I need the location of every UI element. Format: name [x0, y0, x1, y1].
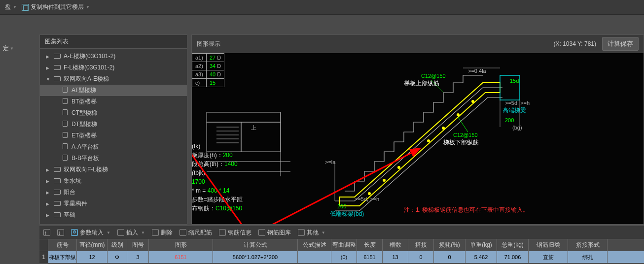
- table-cell[interactable]: 5600*1.027+2*200: [213, 251, 298, 263]
- tree-item-label: 基础: [64, 211, 75, 219]
- table-cell[interactable]: 6151: [357, 251, 383, 263]
- table-cell[interactable]: 71.006: [497, 251, 529, 263]
- table-cell[interactable]: [298, 251, 331, 263]
- copy-component-menu[interactable]: 复制构件到其它楼层 ▼: [22, 3, 90, 11]
- graphic-title: 图形显示: [197, 40, 220, 48]
- move-up-button[interactable]: ↑: [43, 229, 50, 236]
- delete-button[interactable]: 删除: [152, 229, 173, 237]
- gear-icon: ⚙: [71, 229, 78, 236]
- column-header[interactable]: 图形: [149, 239, 213, 251]
- table-cell[interactable]: 6151: [149, 251, 213, 263]
- document-icon: [62, 98, 69, 105]
- tree-caret-icon: ▶: [46, 54, 51, 59]
- tree-item-3[interactable]: AT型楼梯: [40, 85, 187, 96]
- tree-caret-icon: ▶: [46, 179, 51, 184]
- tree-item-label: AT型楼梯: [72, 86, 96, 95]
- column-header[interactable]: 搭接形式: [568, 239, 608, 251]
- tree-item-11[interactable]: ▶集水坑: [40, 175, 187, 187]
- table-cell[interactable]: 3: [127, 251, 149, 263]
- tree-panel-header: 图集列表: [40, 35, 187, 49]
- section-drawing: 上: [192, 98, 300, 196]
- left-setting-menu[interactable]: 定 ▼: [0, 42, 17, 55]
- table-cell[interactable]: 绑扎: [568, 251, 608, 263]
- tree-item-10[interactable]: ▶双网双向F-L楼梯: [40, 164, 187, 175]
- column-header[interactable]: 长度: [357, 239, 383, 251]
- column-header[interactable]: 筋号: [48, 239, 77, 251]
- svg-point-18: [457, 114, 459, 116]
- chevron-down-icon: ▼: [141, 231, 145, 235]
- other-button[interactable]: 其他▼: [298, 229, 325, 237]
- rebar-lib-button[interactable]: 钢筋图库: [258, 229, 291, 237]
- insert-button[interactable]: 插入▼: [117, 229, 145, 237]
- calc-save-button[interactable]: 计算保存: [602, 37, 639, 51]
- move-down-button[interactable]: ↓: [57, 229, 64, 236]
- folder-icon: [54, 212, 61, 219]
- tree-item-14[interactable]: ▶基础: [40, 209, 187, 221]
- disk-menu[interactable]: 盘 ▼: [5, 3, 17, 11]
- tree-item-label: 零星构件: [64, 199, 87, 208]
- tree-item-4[interactable]: BT型楼梯: [40, 96, 187, 107]
- column-header[interactable]: 图号: [127, 239, 149, 251]
- toolbar-label: 删除: [161, 229, 173, 237]
- tree-item-label: B-B平台板: [72, 154, 99, 163]
- tree-item-9[interactable]: B-B平台板: [40, 153, 187, 164]
- rebar-info-button[interactable]: 钢筋信息: [219, 229, 251, 237]
- column-header[interactable]: 公式描述: [298, 239, 331, 251]
- table-header: 筋号直径(mm)级别图号图形计算公式公式描述弯曲调整长度根数搭接损耗(%)单重(…: [39, 239, 644, 251]
- tree-item-0[interactable]: ▶A-E楼梯(03G101-2): [40, 51, 187, 62]
- table-cell[interactable]: 5.462: [465, 251, 497, 263]
- tree-item-5[interactable]: CT型楼梯: [40, 107, 187, 119]
- tree-item-6[interactable]: DT型楼梯: [40, 119, 187, 130]
- tree-caret-icon: ▶: [46, 213, 51, 218]
- tree-caret-icon: ▶: [46, 201, 51, 206]
- tree-item-label: CT型楼梯: [72, 109, 97, 117]
- tree-item-12[interactable]: ▶阳台: [40, 187, 187, 198]
- copy-label: 复制构件到其它楼层: [31, 3, 84, 11]
- cad-viewport[interactable]: a1)27 Da2)34 Da3)40 Dc)15 (fk)板厚度(h)：200…: [192, 53, 644, 224]
- table-cell[interactable]: 0: [408, 251, 434, 263]
- tree-item-8[interactable]: A-A平台板: [40, 141, 187, 153]
- copy-icon: [22, 4, 29, 11]
- delete-icon: [152, 229, 159, 236]
- column-header[interactable]: 总重(kg): [497, 239, 529, 251]
- column-header[interactable]: 弯曲调整: [331, 239, 357, 251]
- row-number: 1: [39, 251, 48, 263]
- toolbar-label: 其他: [307, 229, 319, 237]
- tree-item-label: 集水坑: [64, 177, 81, 185]
- tree-item-label: A-E楼梯(03G101-2): [64, 52, 115, 61]
- table-cell[interactable]: (0): [331, 251, 357, 263]
- table-cell[interactable]: Φ: [107, 251, 127, 263]
- column-header[interactable]: 级别: [107, 239, 127, 251]
- toolbar-label: 参数输入: [80, 229, 104, 237]
- column-header[interactable]: 钢筋归类: [529, 239, 568, 251]
- tree-item-13[interactable]: ▶零星构件: [40, 198, 187, 209]
- table-cell[interactable]: 0: [434, 251, 465, 263]
- scale-rebar-button[interactable]: 缩尺配筋: [179, 229, 212, 237]
- tree-item-label: A-A平台板: [72, 143, 99, 151]
- table-cell[interactable]: 13: [383, 251, 408, 263]
- row-num-header: [39, 239, 48, 251]
- folder-icon: [54, 65, 61, 71]
- folder-icon: [54, 76, 61, 83]
- column-header[interactable]: 损耗(%): [434, 239, 465, 251]
- column-header[interactable]: 计算公式: [213, 239, 298, 251]
- column-header[interactable]: 搭接: [408, 239, 434, 251]
- setting-label: 定: [3, 44, 9, 53]
- column-header[interactable]: 直径(mm): [77, 239, 107, 251]
- table-row[interactable]: 1 梯板下部纵12Φ361515600*1.027+2*200(0)615113…: [39, 251, 644, 263]
- table-cell[interactable]: 梯板下部纵: [48, 251, 77, 263]
- folder-icon: [54, 200, 61, 207]
- tree-item-1[interactable]: ▶F-L楼梯(03G101-2): [40, 62, 187, 73]
- column-header[interactable]: 单重(kg): [465, 239, 497, 251]
- scale-rebar-icon: [179, 229, 186, 236]
- table-cell[interactable]: 直筋: [529, 251, 568, 263]
- tree-item-7[interactable]: ET型楼梯: [40, 130, 187, 141]
- svg-text:200: 200: [505, 117, 514, 123]
- param-input-button[interactable]: ⚙参数输入▼: [71, 229, 110, 237]
- table-cell[interactable]: 12: [77, 251, 107, 263]
- column-header[interactable]: 根数: [383, 239, 408, 251]
- tree-item-label: 阳台: [64, 188, 75, 197]
- svg-text:(bg): (bg): [512, 125, 522, 131]
- document-icon: [62, 109, 69, 117]
- tree-item-2[interactable]: ▼双网双向A-E楼梯: [40, 73, 187, 85]
